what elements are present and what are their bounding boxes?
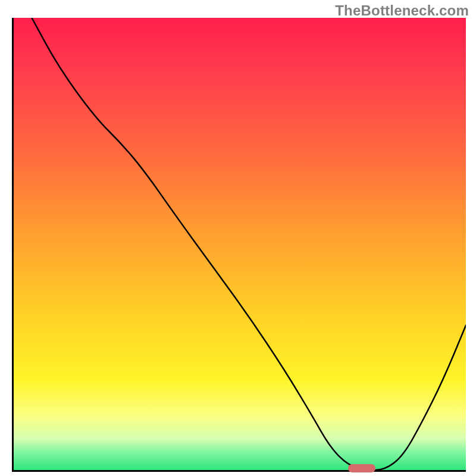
plot-area <box>12 18 466 472</box>
sweet-spot-marker <box>348 464 375 472</box>
chart-container: TheBottleneck.com <box>0 0 476 476</box>
bottleneck-curve <box>14 18 466 470</box>
watermark-label: TheBottleneck.com <box>335 2 469 19</box>
